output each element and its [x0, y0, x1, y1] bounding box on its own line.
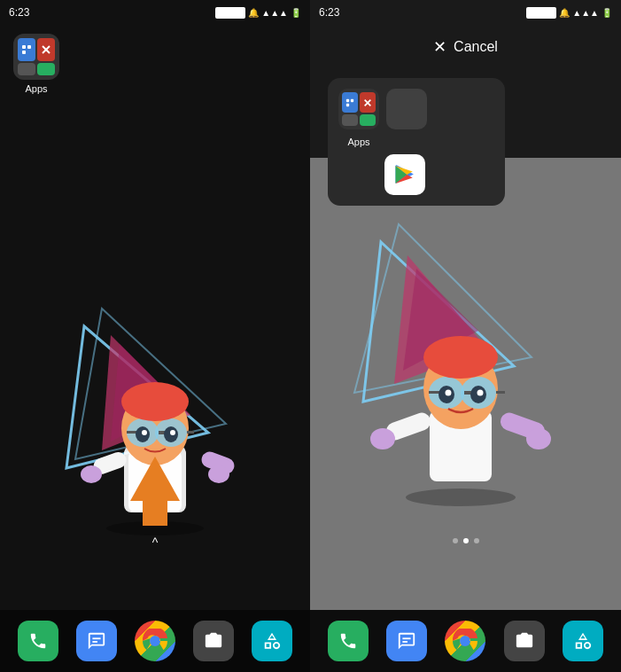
svg-point-59 — [460, 636, 470, 646]
apps-folder-icon[interactable] — [13, 34, 59, 80]
dock-chrome-right[interactable] — [445, 621, 485, 661]
folder-cell-2 — [37, 38, 55, 61]
svg-point-19 — [142, 430, 147, 435]
popup-cell-4 — [360, 114, 376, 126]
svg-rect-2 — [22, 51, 26, 54]
svg-rect-58 — [403, 641, 408, 643]
dock-camera-left[interactable] — [193, 621, 234, 661]
dock-chrome-left[interactable] — [135, 621, 175, 661]
right-time: 6:23 — [319, 6, 339, 19]
dock-phone-right[interactable] — [328, 621, 369, 661]
cancel-label: Cancel — [454, 39, 498, 55]
svg-point-51 — [423, 336, 498, 379]
svg-rect-0 — [22, 45, 26, 49]
svg-point-56 — [406, 488, 516, 506]
folder-cell-3 — [18, 63, 35, 75]
folder-popup-grid: Apps — [338, 89, 494, 147]
svg-point-29 — [150, 636, 160, 646]
left-status-icons: VoLTE 🔔 ▲▲▲ 🔋 — [215, 7, 301, 19]
apps-folder-container[interactable]: Apps — [13, 34, 59, 94]
right-status-bar: 6:23 VoLTE 🔔 ▲▲▲ 🔋 — [310, 0, 621, 25]
vibrate-icon: 🔔 — [248, 8, 259, 18]
dock-messages-left[interactable] — [76, 621, 117, 661]
cancel-button[interactable]: ✕ Cancel — [433, 37, 498, 57]
battery-icon: 🔋 — [291, 8, 301, 18]
play-store-icon-container[interactable] — [384, 154, 494, 195]
folder-cell-4 — [37, 63, 55, 75]
svg-rect-31 — [351, 98, 353, 101]
svg-point-49 — [446, 390, 452, 396]
dock-phone-left[interactable] — [18, 621, 58, 661]
svg-point-24 — [81, 465, 102, 483]
svg-rect-30 — [346, 98, 349, 101]
volte-badge: VoLTE — [215, 7, 245, 19]
right-vibrate-icon: 🔔 — [559, 8, 570, 18]
popup-empty-slot[interactable] — [386, 89, 427, 129]
left-screen: 6:23 VoLTE 🔔 ▲▲▲ 🔋 Apps — [0, 0, 310, 672]
right-dock — [310, 610, 621, 672]
dot-3 — [474, 538, 479, 543]
right-signal-icon: ▲▲▲ — [572, 8, 599, 18]
svg-point-21 — [121, 382, 189, 421]
popup-folder-icon[interactable] — [338, 89, 379, 129]
right-screen: 6:23 VoLTE 🔔 ▲▲▲ 🔋 ✕ Cancel — [310, 0, 621, 672]
right-status-icons: VoLTE 🔔 ▲▲▲ 🔋 — [526, 7, 612, 19]
folder-cell-1 — [18, 38, 35, 61]
svg-point-55 — [526, 428, 551, 449]
svg-rect-16 — [187, 431, 194, 434]
popup-apps-label: Apps — [347, 137, 369, 147]
arrow-up-indicator — [130, 457, 180, 526]
svg-rect-57 — [403, 637, 411, 639]
right-content: Apps — [310, 69, 621, 610]
play-store-icon[interactable] — [384, 154, 425, 195]
svg-point-54 — [370, 428, 395, 449]
left-dock — [0, 610, 310, 672]
svg-rect-28 — [92, 641, 97, 643]
svg-point-50 — [477, 390, 484, 396]
right-volte-badge: VoLTE — [526, 7, 556, 19]
dock-camera-right[interactable] — [504, 621, 545, 661]
left-time: 6:23 — [9, 6, 29, 19]
dock-messages-right[interactable] — [386, 621, 427, 661]
svg-point-20 — [170, 430, 175, 435]
popup-cell-1 — [342, 92, 358, 113]
signal-icon: ▲▲▲ — [261, 8, 288, 18]
left-status-bar: 6:23 VoLTE 🔔 ▲▲▲ 🔋 — [0, 0, 310, 25]
left-wallpaper: Apps — [0, 25, 310, 610]
cancel-x-icon: ✕ — [433, 37, 446, 57]
svg-rect-1 — [27, 45, 31, 49]
apps-label: Apps — [25, 83, 47, 94]
svg-rect-32 — [346, 103, 349, 105]
pagination-dots — [453, 538, 479, 543]
svg-rect-46 — [496, 391, 505, 394]
dock-files-right[interactable] — [563, 621, 603, 661]
svg-rect-27 — [92, 637, 100, 639]
folder-popup[interactable]: Apps — [328, 78, 505, 206]
dot-1 — [453, 538, 458, 543]
right-topbar: ✕ Cancel — [310, 25, 621, 69]
svg-point-25 — [208, 465, 229, 483]
dot-2-active — [463, 538, 469, 543]
popup-cell-3 — [342, 114, 358, 126]
popup-cell-2 — [360, 92, 376, 113]
right-battery-icon: 🔋 — [602, 8, 612, 18]
dock-files-left[interactable] — [252, 621, 292, 661]
nav-chevron: ^ — [152, 535, 159, 550]
